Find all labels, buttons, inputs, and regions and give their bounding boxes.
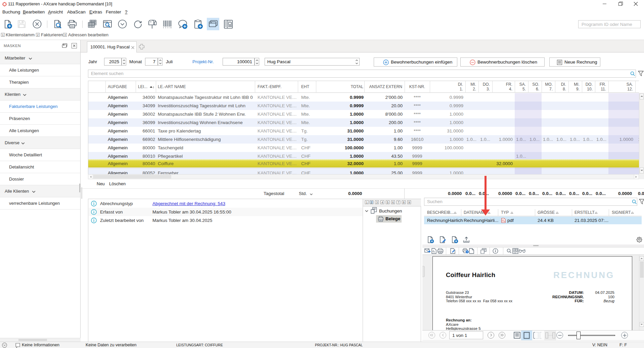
svg-text:1: 1	[153, 86, 154, 88]
